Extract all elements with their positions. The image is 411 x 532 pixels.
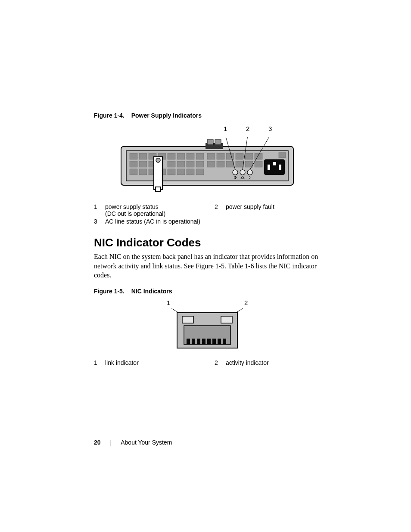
section-body-nic: Each NIC on the system back panel has an… [94, 252, 321, 280]
svg-rect-32 [217, 161, 224, 167]
svg-rect-52 [215, 140, 221, 145]
figure-1-5-caption: Figure 1-5. NIC Indicators [94, 288, 321, 295]
svg-rect-24 [196, 169, 204, 175]
svg-rect-15 [187, 161, 194, 167]
figure-1-4-callout-3: 3 [268, 125, 272, 132]
figure-1-5-callout-1: 1 [167, 299, 170, 306]
page-number: 20 [94, 439, 101, 446]
svg-rect-17 [130, 169, 137, 175]
svg-rect-43 [268, 165, 270, 170]
svg-rect-69 [223, 339, 226, 344]
svg-rect-63 [192, 339, 195, 344]
legend-2-text: power supply fault [226, 203, 274, 217]
svg-rect-21 [168, 169, 175, 175]
page-footer: 20 | About Your System [94, 439, 172, 446]
svg-rect-28 [236, 153, 243, 159]
figure-1-5-label: Figure 1-5. [94, 288, 125, 295]
legend-1-text-a: power supply status [105, 203, 165, 210]
nic-legend-1-text: link indicator [105, 359, 139, 366]
svg-rect-44 [279, 165, 281, 170]
svg-rect-59 [182, 316, 193, 323]
nic-legend-2-text: activity indicator [226, 359, 269, 366]
svg-rect-65 [202, 339, 206, 344]
svg-rect-62 [187, 339, 190, 344]
svg-rect-26 [217, 153, 224, 159]
svg-rect-22 [177, 169, 185, 175]
nic-port-svg [164, 308, 250, 352]
svg-rect-9 [196, 153, 204, 159]
legend-2-num: 2 [215, 203, 226, 217]
svg-rect-29 [245, 153, 253, 159]
figure-1-4-legend: 1 power supply status (DC out is operati… [94, 203, 321, 225]
svg-rect-27 [226, 153, 234, 159]
svg-rect-31 [207, 161, 215, 167]
legend-3-num: 3 [94, 218, 105, 225]
svg-rect-13 [168, 161, 175, 167]
legend-3-text: AC line status (AC in is operational) [105, 218, 200, 225]
power-supply-svg [117, 137, 298, 193]
svg-rect-2 [130, 153, 137, 159]
figure-1-4-callout-1: 1 [224, 125, 227, 132]
svg-rect-45 [273, 162, 276, 165]
svg-rect-66 [207, 339, 211, 344]
legend-1-text-b: (DC out is operational) [105, 210, 165, 217]
svg-rect-18 [139, 169, 147, 175]
footer-section: About Your System [121, 439, 172, 446]
svg-rect-8 [187, 153, 194, 159]
svg-rect-48 [156, 187, 161, 191]
figure-1-5-legend: 1 link indicator 2 activity indicator [94, 359, 321, 366]
svg-rect-6 [168, 153, 175, 159]
svg-rect-3 [139, 153, 147, 159]
section-heading-nic: NIC Indicator Codes [94, 236, 321, 249]
svg-rect-23 [187, 169, 194, 175]
svg-rect-16 [196, 161, 204, 167]
figure-1-5-callout-2: 2 [244, 299, 248, 306]
svg-rect-11 [139, 161, 147, 167]
svg-rect-67 [212, 339, 216, 344]
figure-1-5-title: NIC Indicators [131, 288, 172, 295]
figure-1-4-graphic: 1 2 3 [117, 125, 298, 193]
svg-point-37 [233, 170, 238, 175]
svg-rect-7 [177, 153, 185, 159]
svg-point-38 [240, 170, 245, 175]
svg-rect-68 [218, 339, 221, 344]
figure-1-4-caption: Figure 1-4. Power Supply Indicators [94, 112, 321, 119]
figure-1-4-title: Power Supply Indicators [131, 112, 202, 119]
svg-rect-33 [226, 161, 234, 167]
svg-rect-34 [236, 161, 243, 167]
figure-1-4-label: Figure 1-4. [94, 112, 125, 119]
legend-1-num: 1 [94, 203, 105, 217]
svg-rect-60 [221, 316, 232, 323]
svg-rect-10 [130, 161, 137, 167]
svg-point-39 [247, 170, 252, 175]
svg-rect-46 [279, 152, 286, 158]
figure-1-4-callout-2: 2 [246, 125, 249, 132]
svg-rect-14 [177, 161, 185, 167]
svg-rect-30 [255, 153, 262, 159]
svg-rect-64 [197, 339, 200, 344]
svg-rect-51 [207, 140, 213, 145]
svg-rect-36 [255, 161, 262, 167]
figure-1-5-graphic: 1 2 [164, 299, 250, 352]
footer-separator: | [110, 439, 112, 446]
svg-rect-25 [207, 153, 215, 159]
svg-point-49 [156, 158, 160, 162]
nic-legend-1-num: 1 [94, 359, 105, 366]
svg-rect-42 [264, 159, 285, 175]
nic-legend-2-num: 2 [215, 359, 226, 366]
